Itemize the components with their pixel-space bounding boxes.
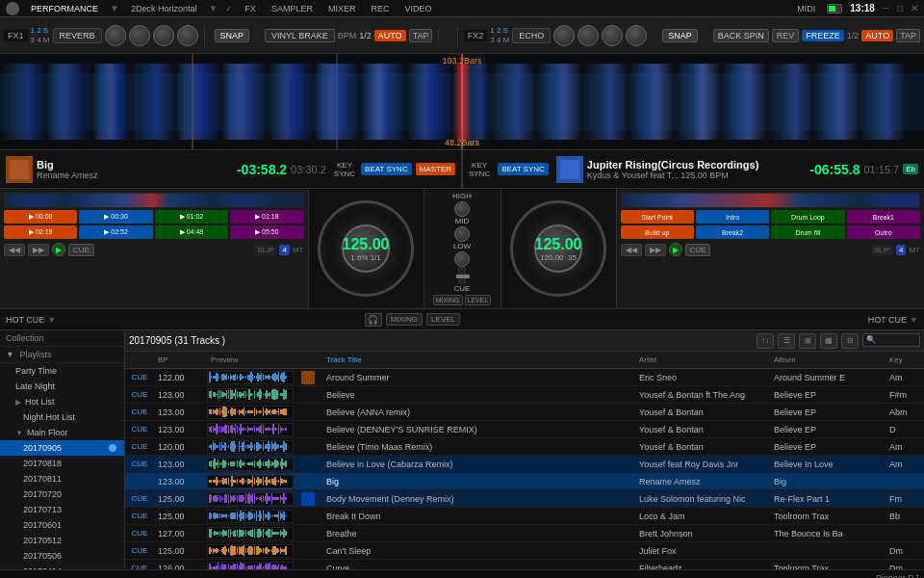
sidebar-item-night-hot-list[interactable]: Night Hot List (0, 409, 124, 425)
snap-btn-2[interactable]: SNAP (662, 29, 698, 42)
sidebar-item-20170414[interactable]: 20170414 (0, 564, 124, 569)
col-header-key[interactable]: Key (886, 355, 924, 364)
fx2-ch2[interactable]: 3 4 M (490, 36, 509, 44)
sampler-toggle[interactable]: SAMPLER (268, 4, 317, 13)
fx2-feedback-knob[interactable] (602, 25, 623, 46)
sidebar-item-20170720[interactable]: 20170720 (0, 486, 124, 502)
waveform-area[interactable]: 103.2Bars 48.2Bars (0, 54, 924, 150)
close-btn[interactable]: ✕ (911, 3, 918, 13)
fx2-ld-knob[interactable] (553, 25, 575, 46)
layout-selector[interactable]: 2Deck Horizontal (127, 4, 201, 13)
hc-btn-4[interactable]: ▶ 01:18 (230, 210, 303, 223)
col-header-bpm[interactable]: BP (154, 355, 207, 364)
loop-val-2[interactable]: 4 (896, 245, 906, 255)
track-preview[interactable] (207, 562, 294, 570)
deck2-platter[interactable]: 125.00 120.00 .35 (510, 200, 606, 297)
track-row[interactable]: CUE 123.00 Believe (DENNEY'S SUNRISE REM… (125, 421, 924, 438)
level-btn[interactable]: LEVEL (465, 295, 492, 305)
high-knob[interactable] (454, 201, 470, 217)
fx1-reverb[interactable]: REVERB (53, 28, 102, 43)
hc-btn-2[interactable]: ▶ 00:30 (79, 210, 152, 223)
fx2-beat-knob[interactable] (578, 25, 599, 46)
fx1-ch1[interactable]: 1 2 S (31, 26, 50, 35)
sidebar-item-20170713[interactable]: 20170713 (0, 502, 124, 517)
track-preview[interactable] (207, 510, 294, 523)
next-btn-2[interactable]: ▶▶ (645, 244, 666, 256)
fx1-fraction[interactable]: 1/2 (359, 31, 372, 40)
track-row[interactable]: CUE 123.00 Believe Yousef & Bontan ft Th… (125, 386, 924, 404)
sidebar-item-hot-list[interactable]: ▶ Hot List (0, 394, 124, 409)
hc-arrow-down[interactable]: ▼ (47, 315, 56, 325)
grid-view-btn[interactable]: ⊞ (799, 333, 816, 349)
r-hc-2[interactable]: Intro (696, 210, 769, 223)
sidebar-item-20170905[interactable]: 20170905 (0, 440, 124, 456)
track-row[interactable]: CUE 125.00 Can't Sleep Juliet Fox Dm (125, 542, 924, 560)
col-header-artist[interactable]: Artist (635, 355, 770, 364)
track-row[interactable]: CUE 123.00 Believe in Love (Cabarza Remi… (125, 456, 924, 473)
r-hc-4[interactable]: Break1 (847, 210, 920, 223)
sidebar-item-20170818[interactable]: 20170818 (0, 456, 124, 471)
play-btn-1[interactable]: ▶ (52, 243, 65, 256)
track-row[interactable]: CUE 125.00 Body Movement (Denney Remix) … (125, 490, 924, 508)
fx1-hicut-knob[interactable] (177, 25, 198, 46)
main-floor-arrow[interactable]: ▼ (15, 429, 23, 437)
fx-toggle[interactable]: FX (241, 4, 260, 13)
col-header-album[interactable]: Album (770, 355, 886, 364)
beat-sync-btn[interactable]: BEAT SYNC (361, 163, 412, 175)
hc-btn-3[interactable]: ▶ 01:02 (155, 210, 228, 223)
track-preview[interactable] (207, 388, 294, 402)
low-knob[interactable] (454, 251, 470, 267)
sidebar-item-party-time[interactable]: Party Time (0, 363, 124, 379)
tap-btn-1[interactable]: TAP (409, 29, 433, 42)
track-row[interactable]: CUE 120.00 Believe (Timo Maas Remix) You… (125, 438, 924, 456)
fx1-room-knob[interactable] (105, 25, 126, 46)
fx1-ch2[interactable]: 3 4 M (31, 36, 50, 44)
master-btn[interactable]: MASTER (416, 163, 455, 175)
r-hc-1[interactable]: Start Point (621, 210, 694, 223)
r-hc-3[interactable]: Drum Loop (771, 210, 844, 223)
hc-btn-8[interactable]: ▶ 05:50 (230, 225, 303, 239)
fx2-fraction[interactable]: 1/2 (847, 31, 860, 40)
back-spin[interactable]: BACK SPIN (713, 29, 769, 42)
tap-btn-2[interactable]: TAP (896, 29, 920, 42)
hc-arrow-down-r[interactable]: ▼ (910, 315, 918, 325)
sidebar-item-20170512[interactable]: 20170512 (0, 533, 124, 548)
mixing-toggle[interactable]: MIXING (386, 313, 423, 326)
r-hc-5[interactable]: Build up (621, 225, 694, 239)
vinyl-brake[interactable]: VINYL BRAKE (265, 29, 335, 42)
app-logo[interactable] (6, 2, 19, 15)
sidebar-item-main-floor[interactable]: ▼ Main Floor (0, 425, 124, 440)
hc-btn-6[interactable]: ▶ 02:52 (79, 225, 152, 239)
hot-list-arrow[interactable]: ▶ (15, 398, 21, 407)
hc-btn-5[interactable]: ▶ 02:19 (4, 225, 77, 239)
track-preview[interactable] (207, 475, 294, 488)
extra-view-btn[interactable]: ⊟ (841, 333, 859, 349)
sidebar-item-late-night[interactable]: Late Night (0, 379, 124, 394)
r-hc-6[interactable]: Break2 (696, 225, 769, 239)
track-preview[interactable] (207, 492, 294, 506)
fx2-filter-knob[interactable] (626, 25, 647, 46)
mixing-btn[interactable]: MIXING (433, 295, 463, 305)
snap-btn-1[interactable]: SNAP (215, 29, 250, 42)
r-hc-8[interactable]: Outro (847, 225, 920, 239)
prev-btn-2[interactable]: ◀◀ (621, 244, 642, 256)
mid-knob[interactable] (454, 226, 470, 242)
playlists-arrow[interactable]: ▼ (6, 350, 14, 359)
next-btn-1[interactable]: ▶▶ (28, 244, 49, 256)
sidebar-item-20170811[interactable]: 20170811 (0, 471, 124, 486)
sidebar-item-20170601[interactable]: 20170601 (0, 517, 124, 533)
rec-toggle[interactable]: REC (367, 4, 393, 13)
track-preview[interactable] (207, 440, 294, 454)
sort-btn[interactable]: ↑↓ (757, 333, 774, 349)
loop-val-1[interactable]: 4 (279, 245, 289, 255)
r-hc-7[interactable]: Drum fill (771, 225, 844, 239)
crossfader[interactable] (458, 267, 466, 284)
hc-btn-7[interactable]: ▶ 04:48 (155, 225, 228, 239)
minimize-btn[interactable]: ─ (883, 3, 889, 13)
level-toggle[interactable]: LEVEL (426, 313, 460, 326)
track-row[interactable]: CUE 125.00 Break It Down Loco & Jam Tool… (125, 508, 924, 525)
hc-btn-1[interactable]: ▶ 00:00 (4, 210, 77, 223)
cue-btn-2[interactable]: CUE (685, 244, 711, 256)
track-preview[interactable] (207, 544, 294, 558)
mixer-toggle[interactable]: MIXER (324, 4, 360, 13)
